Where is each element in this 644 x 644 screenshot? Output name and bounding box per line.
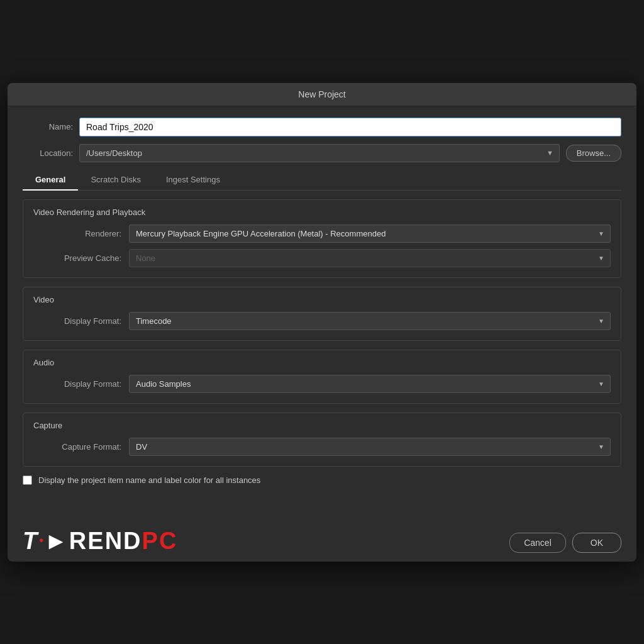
location-select[interactable]: /Users/Desktop (79, 144, 560, 162)
dialog-body: Name: Location: /Users/Desktop ▼ Browse.… (8, 106, 636, 504)
section-video: Video Display Format: Timecode ▼ (23, 287, 621, 341)
section-capture: Capture Capture Format: DV ▼ (23, 413, 621, 467)
footer-buttons: Cancel OK (509, 533, 621, 553)
section-audio: Audio Display Format: Audio Samples ▼ (23, 350, 621, 404)
preview-cache-select[interactable]: None (129, 249, 611, 267)
renderer-select-wrapper: Mercury Playback Engine GPU Acceleration… (129, 225, 611, 243)
title-bar: New Project (8, 83, 636, 106)
brand-logo: T • ► REND PC (23, 529, 177, 553)
ok-button[interactable]: OK (572, 533, 621, 553)
capture-format-select[interactable]: DV (129, 438, 611, 456)
tab-general[interactable]: General (23, 170, 78, 191)
renderer-row: Renderer: Mercury Playback Engine GPU Ac… (33, 225, 611, 243)
video-display-format-label: Display Format: (33, 316, 121, 326)
name-input[interactable] (79, 118, 621, 136)
video-display-format-row: Display Format: Timecode ▼ (33, 312, 611, 330)
audio-display-format-select-wrapper: Audio Samples ▼ (129, 375, 611, 393)
brand-footer: T • ► REND PC Cancel OK (8, 504, 636, 562)
location-label: Location: (23, 148, 73, 158)
brand-cursor-icon: ► (44, 529, 69, 553)
browse-button[interactable]: Browse... (566, 145, 621, 162)
capture-format-label: Capture Format: (33, 442, 121, 452)
video-display-format-select[interactable]: Timecode (129, 312, 611, 330)
location-row: Location: /Users/Desktop ▼ Browse... (23, 144, 621, 162)
project-item-checkbox[interactable] (23, 475, 32, 485)
name-label: Name: (23, 122, 73, 131)
tab-ingest-settings[interactable]: Ingest Settings (153, 170, 233, 191)
brand-rend-text: REND (69, 529, 142, 553)
brand-dot-icon: • (39, 533, 43, 548)
renderer-label: Renderer: (33, 229, 121, 238)
section-video-label: Video (33, 295, 611, 304)
preview-cache-row: Preview Cache: None ▼ (33, 249, 611, 267)
brand-t-letter: T (23, 529, 38, 553)
section-video-rendering: Video Rendering and Playback Renderer: M… (23, 199, 621, 278)
preview-cache-select-wrapper: None ▼ (129, 249, 611, 267)
renderer-select[interactable]: Mercury Playback Engine GPU Acceleration… (129, 225, 611, 243)
checkbox-label[interactable]: Display the project item name and label … (38, 475, 260, 485)
preview-cache-label: Preview Cache: (33, 253, 121, 263)
checkbox-row: Display the project item name and label … (23, 475, 621, 485)
name-row: Name: (23, 118, 621, 136)
brand-pc-text: PC (142, 529, 178, 553)
audio-display-format-select[interactable]: Audio Samples (129, 375, 611, 393)
section-capture-label: Capture (33, 421, 611, 430)
tabs-row: General Scratch Disks Ingest Settings (23, 170, 621, 191)
cancel-button[interactable]: Cancel (509, 533, 566, 553)
section-audio-label: Audio (33, 358, 611, 367)
tab-scratch-disks[interactable]: Scratch Disks (78, 170, 153, 191)
new-project-dialog: New Project Name: Location: /Users/Deskt… (8, 83, 636, 562)
capture-format-row: Capture Format: DV ▼ (33, 438, 611, 456)
dialog-title: New Project (298, 89, 345, 99)
audio-display-format-row: Display Format: Audio Samples ▼ (33, 375, 611, 393)
section-video-rendering-label: Video Rendering and Playback (33, 208, 611, 217)
location-wrapper: /Users/Desktop ▼ (79, 144, 560, 162)
video-display-format-select-wrapper: Timecode ▼ (129, 312, 611, 330)
audio-display-format-label: Display Format: (33, 379, 121, 389)
capture-format-select-wrapper: DV ▼ (129, 438, 611, 456)
tab-content-general: Video Rendering and Playback Renderer: M… (23, 199, 621, 485)
